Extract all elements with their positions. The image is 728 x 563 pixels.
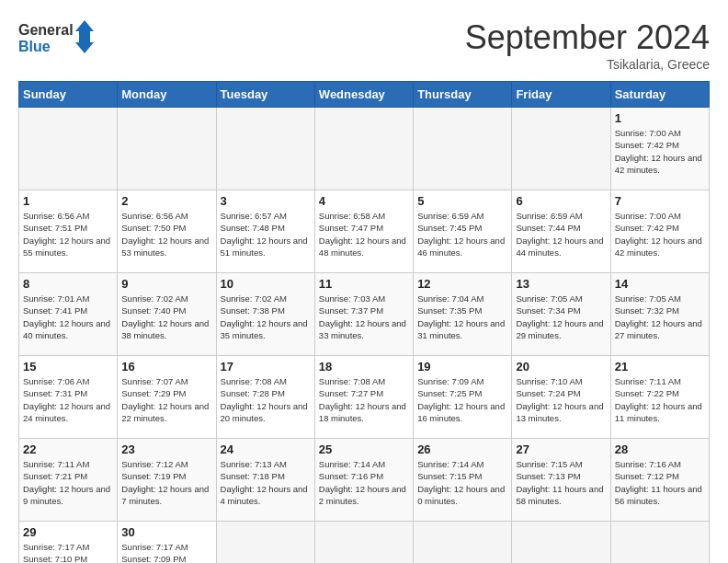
calendar-cell: 27Sunrise: 7:15 AM Sunset: 7:13 PM Dayli… (512, 439, 610, 522)
calendar-week-row: 15Sunrise: 7:06 AM Sunset: 7:31 PM Dayli… (19, 356, 710, 439)
cell-info: Sunrise: 6:56 AM Sunset: 7:50 PM Dayligh… (121, 210, 211, 259)
day-number: 13 (516, 277, 606, 291)
calendar-week-row: 1Sunrise: 6:56 AM Sunset: 7:51 PM Daylig… (19, 190, 710, 273)
cell-info: Sunrise: 7:17 AM Sunset: 7:10 PM Dayligh… (23, 541, 113, 563)
cell-info: Sunrise: 7:08 AM Sunset: 7:27 PM Dayligh… (319, 375, 409, 424)
cell-info: Sunrise: 6:58 AM Sunset: 7:47 PM Dayligh… (319, 210, 409, 259)
day-number: 17 (221, 360, 311, 373)
day-number: 14 (615, 277, 705, 291)
cell-info: Sunrise: 7:08 AM Sunset: 7:28 PM Dayligh… (221, 375, 311, 424)
day-number: 5 (417, 194, 507, 208)
cell-info: Sunrise: 7:01 AM Sunset: 7:41 PM Dayligh… (23, 293, 113, 341)
day-number: 30 (121, 525, 211, 539)
svg-text:Blue: Blue (18, 39, 51, 54)
calendar-cell (314, 522, 413, 564)
calendar-week-row: 22Sunrise: 7:11 AM Sunset: 7:21 PM Dayli… (19, 439, 710, 522)
cell-info: Sunrise: 7:11 AM Sunset: 7:22 PM Dayligh… (615, 375, 705, 424)
cell-info: Sunrise: 7:14 AM Sunset: 7:16 PM Dayligh… (319, 458, 409, 507)
cell-info: Sunrise: 7:12 AM Sunset: 7:19 PM Dayligh… (121, 458, 211, 507)
calendar-cell (610, 522, 709, 564)
calendar-cell: 19Sunrise: 7:09 AM Sunset: 7:25 PM Dayli… (414, 356, 512, 439)
cell-info: Sunrise: 7:09 AM Sunset: 7:25 PM Dayligh… (417, 375, 507, 424)
day-of-week-header: Friday (512, 82, 610, 108)
day-number: 6 (516, 194, 606, 208)
cell-info: Sunrise: 6:56 AM Sunset: 7:51 PM Dayligh… (23, 210, 113, 259)
calendar-cell: 13Sunrise: 7:05 AM Sunset: 7:34 PM Dayli… (512, 273, 610, 356)
day-number: 16 (121, 360, 211, 373)
cell-info: Sunrise: 7:10 AM Sunset: 7:24 PM Dayligh… (516, 375, 606, 424)
calendar-cell: 24Sunrise: 7:13 AM Sunset: 7:18 PM Dayli… (216, 439, 314, 522)
day-of-week-header: Tuesday (216, 82, 314, 108)
calendar-cell (512, 522, 610, 564)
calendar-cell: 6Sunrise: 6:59 AM Sunset: 7:44 PM Daylig… (512, 190, 610, 273)
day-number: 26 (417, 442, 507, 456)
day-number: 18 (319, 360, 409, 373)
calendar-cell: 29Sunrise: 7:17 AM Sunset: 7:10 PM Dayli… (19, 522, 118, 564)
calendar-cell (216, 108, 314, 190)
day-number: 20 (516, 360, 606, 373)
month-title: September 2024 (465, 18, 710, 57)
calendar-cell: 12Sunrise: 7:04 AM Sunset: 7:35 PM Dayli… (414, 273, 512, 356)
calendar-cell (19, 108, 118, 190)
location: Tsikalaria, Greece (465, 57, 710, 72)
cell-info: Sunrise: 7:14 AM Sunset: 7:15 PM Dayligh… (417, 458, 507, 507)
calendar-cell: 7Sunrise: 7:00 AM Sunset: 7:42 PM Daylig… (610, 190, 709, 273)
day-of-week-header: Saturday (610, 82, 709, 108)
day-number: 25 (319, 442, 409, 456)
calendar-cell: 25Sunrise: 7:14 AM Sunset: 7:16 PM Dayli… (314, 439, 413, 522)
cell-info: Sunrise: 7:06 AM Sunset: 7:31 PM Dayligh… (23, 375, 113, 424)
calendar-cell: 21Sunrise: 7:11 AM Sunset: 7:22 PM Dayli… (610, 356, 709, 439)
day-number: 8 (23, 277, 113, 291)
calendar-cell: 26Sunrise: 7:14 AM Sunset: 7:15 PM Dayli… (414, 439, 512, 522)
day-number: 27 (516, 442, 606, 456)
calendar-cell: 9Sunrise: 7:02 AM Sunset: 7:40 PM Daylig… (118, 273, 216, 356)
day-number: 3 (221, 194, 311, 208)
day-of-week-header: Sunday (19, 82, 118, 108)
calendar-cell: 17Sunrise: 7:08 AM Sunset: 7:28 PM Dayli… (216, 356, 314, 439)
calendar-cell: 28Sunrise: 7:16 AM Sunset: 7:12 PM Dayli… (610, 439, 709, 522)
calendar-cell: 16Sunrise: 7:07 AM Sunset: 7:29 PM Dayli… (118, 356, 216, 439)
cell-info: Sunrise: 7:15 AM Sunset: 7:13 PM Dayligh… (516, 458, 606, 507)
cell-info: Sunrise: 6:57 AM Sunset: 7:48 PM Dayligh… (221, 210, 311, 259)
calendar-cell: 20Sunrise: 7:10 AM Sunset: 7:24 PM Dayli… (512, 356, 610, 439)
day-number: 19 (417, 360, 507, 373)
logo-icon: GeneralBlue (18, 18, 101, 60)
cell-info: Sunrise: 7:00 AM Sunset: 7:42 PM Dayligh… (615, 127, 705, 176)
calendar-cell: 10Sunrise: 7:02 AM Sunset: 7:38 PM Dayli… (216, 273, 314, 356)
day-number: 22 (23, 442, 113, 456)
calendar-table: SundayMondayTuesdayWednesdayThursdayFrid… (18, 81, 710, 563)
calendar-cell (216, 522, 314, 564)
day-number: 29 (23, 525, 113, 539)
calendar-cell: 23Sunrise: 7:12 AM Sunset: 7:19 PM Dayli… (118, 439, 216, 522)
day-of-week-header: Wednesday (314, 82, 413, 108)
day-number: 9 (121, 277, 211, 291)
calendar-cell (314, 108, 413, 190)
cell-info: Sunrise: 7:02 AM Sunset: 7:40 PM Dayligh… (121, 293, 211, 341)
cell-info: Sunrise: 7:17 AM Sunset: 7:09 PM Dayligh… (121, 541, 211, 563)
day-number: 4 (319, 194, 409, 208)
cell-info: Sunrise: 7:05 AM Sunset: 7:32 PM Dayligh… (615, 293, 705, 341)
calendar-cell (118, 108, 216, 190)
calendar-cell: 30Sunrise: 7:17 AM Sunset: 7:09 PM Dayli… (118, 522, 216, 564)
day-number: 15 (23, 360, 113, 373)
day-of-week-header: Monday (118, 82, 216, 108)
day-number: 1 (615, 111, 705, 125)
cell-info: Sunrise: 7:05 AM Sunset: 7:34 PM Dayligh… (516, 293, 606, 341)
calendar-cell: 22Sunrise: 7:11 AM Sunset: 7:21 PM Dayli… (19, 439, 118, 522)
calendar-cell: 18Sunrise: 7:08 AM Sunset: 7:27 PM Dayli… (314, 356, 413, 439)
calendar-cell: 8Sunrise: 7:01 AM Sunset: 7:41 PM Daylig… (19, 273, 118, 356)
day-number: 23 (121, 442, 211, 456)
calendar-cell (414, 108, 512, 190)
title-area: September 2024 Tsikalaria, Greece (465, 18, 710, 72)
cell-info: Sunrise: 7:07 AM Sunset: 7:29 PM Dayligh… (121, 375, 211, 424)
cell-info: Sunrise: 7:11 AM Sunset: 7:21 PM Dayligh… (23, 458, 113, 507)
day-number: 24 (221, 442, 311, 456)
day-number: 11 (319, 277, 409, 291)
calendar-cell: 11Sunrise: 7:03 AM Sunset: 7:37 PM Dayli… (314, 273, 413, 356)
logo: GeneralBlue (18, 18, 101, 60)
calendar-cell: 3Sunrise: 6:57 AM Sunset: 7:48 PM Daylig… (216, 190, 314, 273)
cell-info: Sunrise: 7:02 AM Sunset: 7:38 PM Dayligh… (221, 293, 311, 341)
day-number: 21 (615, 360, 705, 373)
day-number: 2 (121, 194, 211, 208)
cell-info: Sunrise: 7:16 AM Sunset: 7:12 PM Dayligh… (615, 458, 705, 507)
